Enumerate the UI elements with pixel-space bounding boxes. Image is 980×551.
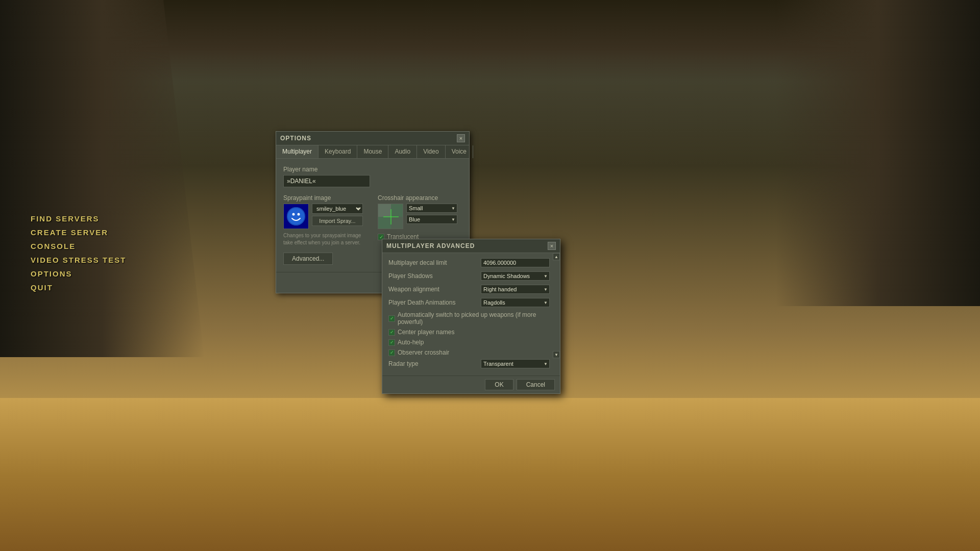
advanced-body: ▲ Multiplayer decal limit Player Shadows… — [382, 253, 560, 375]
tab-voice[interactable]: Voice — [446, 145, 473, 158]
death-animations-dropdown[interactable]: Ragdolls None — [481, 298, 550, 307]
tab-multiplayer[interactable]: Multiplayer — [276, 145, 318, 158]
bg-arch-right — [776, 0, 980, 306]
svg-point-0 — [287, 208, 305, 225]
svg-point-1 — [292, 213, 295, 216]
scroll-down-button[interactable]: ▼ — [553, 351, 560, 358]
weapon-alignment-dropdown[interactable]: Right handed Left handed — [481, 285, 550, 294]
spray-note: Changes to your spraypaint image take ef… — [283, 232, 368, 246]
player-name-label: Player name — [283, 166, 462, 173]
weapon-alignment-label: Weapon alignment — [388, 286, 481, 293]
player-shadows-dropdown[interactable]: Dynamic Shadows No Shadows Simple Shadow… — [481, 271, 550, 281]
radar-type-wrap: Transparent Normal — [481, 359, 550, 368]
auto-switch-row: ✓ Automatically switch to picked up weap… — [388, 311, 550, 325]
advanced-close-button[interactable]: × — [548, 242, 556, 250]
radar-type-dropdown[interactable]: Transparent Normal — [481, 359, 550, 368]
svg-rect-5 — [391, 217, 403, 229]
scroll-up-button[interactable]: ▲ — [553, 253, 560, 260]
center-names-row: ✓ Center player names — [388, 329, 550, 336]
crosshair-size-wrap: Small Medium Large — [406, 204, 457, 213]
observer-crosshair-row: ✓ Observer crosshair — [388, 349, 550, 356]
radar-type-label: Radar type — [388, 360, 481, 367]
death-animations-row: Player Death Animations Ragdolls None — [388, 298, 550, 307]
options-close-button[interactable]: × — [457, 134, 465, 142]
weapon-alignment-row: Weapon alignment Right handed Left hande… — [388, 285, 550, 294]
advanced-titlebar: MULTIPLAYER ADVANCED × — [382, 239, 560, 253]
auto-switch-label: Automatically switch to picked up weapon… — [398, 311, 550, 325]
spray-label: Spraypaint image — [283, 194, 368, 202]
player-shadows-wrap: Dynamic Shadows No Shadows Simple Shadow… — [481, 271, 550, 281]
decal-limit-row: Multiplayer decal limit — [388, 258, 550, 267]
spray-dropdown-wrap: smiley_blue — [312, 204, 363, 214]
player-shadows-label: Player Shadows — [388, 272, 481, 280]
nav-find-servers[interactable]: FIND SERVERS — [31, 214, 126, 223]
nav-console[interactable]: CONSOLE — [31, 242, 126, 251]
auto-switch-checkbox[interactable]: ✓ — [388, 315, 395, 322]
center-names-checkbox[interactable]: ✓ — [388, 329, 395, 336]
advanced-content: ▲ Multiplayer decal limit Player Shadows… — [382, 253, 560, 375]
smiley-icon — [287, 207, 305, 226]
advanced-cancel-button[interactable]: Cancel — [517, 379, 555, 390]
nav-menu: FIND SERVERS CREATE SERVER CONSOLE VIDEO… — [31, 214, 126, 292]
auto-help-checkbox[interactable]: ✓ — [388, 339, 395, 346]
options-tabs: Multiplayer Keyboard Mouse Audio Video V… — [276, 145, 469, 159]
crosshair-controls: Small Medium Large Blue Red Green Yellow — [406, 204, 457, 224]
bg-floor — [0, 398, 980, 551]
death-animations-wrap: Ragdolls None — [481, 298, 550, 307]
decal-limit-input[interactable] — [481, 258, 550, 267]
tab-mouse[interactable]: Mouse — [357, 145, 388, 158]
spray-container: smiley_blue Import Spray... — [283, 204, 368, 229]
auto-help-row: ✓ Auto-help — [388, 339, 550, 346]
nav-video-stress-test[interactable]: VIDEO STRESS TEST — [31, 256, 126, 264]
player-shadows-row: Player Shadows Dynamic Shadows No Shadow… — [388, 271, 550, 281]
advanced-footer: OK Cancel — [382, 375, 560, 393]
advanced-dialog: MULTIPLAYER ADVANCED × ▲ Multiplayer dec… — [382, 239, 560, 394]
auto-help-label: Auto-help — [398, 339, 424, 346]
observer-crosshair-label: Observer crosshair — [398, 349, 449, 356]
crosshair-size-dropdown[interactable]: Small Medium Large — [406, 204, 457, 213]
advanced-ok-button[interactable]: OK — [485, 379, 513, 390]
tab-keyboard[interactable]: Keyboard — [318, 145, 357, 158]
spray-preview — [283, 204, 309, 229]
observer-crosshair-checkbox[interactable]: ✓ — [388, 349, 395, 356]
options-title: OPTIONS — [280, 135, 311, 142]
svg-rect-4 — [378, 204, 391, 217]
decal-limit-label: Multiplayer decal limit — [388, 259, 481, 266]
nav-create-server[interactable]: CREATE SERVER — [31, 228, 126, 237]
spray-controls: smiley_blue Import Spray... — [312, 204, 363, 226]
center-names-label: Center player names — [398, 329, 454, 336]
tab-video[interactable]: Video — [417, 145, 445, 158]
crosshair-color-dropdown[interactable]: Blue Red Green Yellow — [406, 215, 457, 224]
crosshair-preview — [378, 204, 403, 229]
svg-point-2 — [298, 213, 300, 216]
crosshair-color-wrap: Blue Red Green Yellow — [406, 215, 457, 224]
import-spray-button[interactable]: Import Spray... — [312, 216, 363, 226]
death-animations-label: Player Death Animations — [388, 299, 481, 306]
nav-quit[interactable]: QUIT — [31, 283, 126, 292]
spray-dropdown[interactable]: smiley_blue — [312, 204, 363, 214]
advanced-button[interactable]: Advanced... — [283, 253, 333, 265]
advanced-title: MULTIPLAYER ADVANCED — [386, 242, 475, 249]
player-name-input[interactable] — [283, 175, 370, 187]
options-titlebar: OPTIONS × — [276, 132, 469, 145]
crosshair-label: Crosshair appearance — [378, 194, 462, 202]
radar-type-row: Radar type Transparent Normal — [388, 359, 550, 368]
spray-section: Spraypaint image — [283, 194, 368, 246]
tab-audio[interactable]: Audio — [388, 145, 417, 158]
nav-options[interactable]: OPTIONS — [31, 269, 126, 278]
weapon-alignment-wrap: Right handed Left handed — [481, 285, 550, 294]
